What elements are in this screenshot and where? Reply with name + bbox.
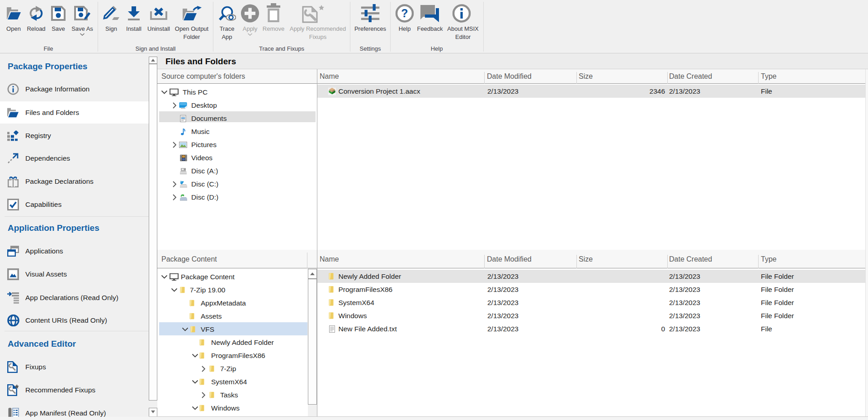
svg-text:?: ?: [401, 7, 408, 19]
